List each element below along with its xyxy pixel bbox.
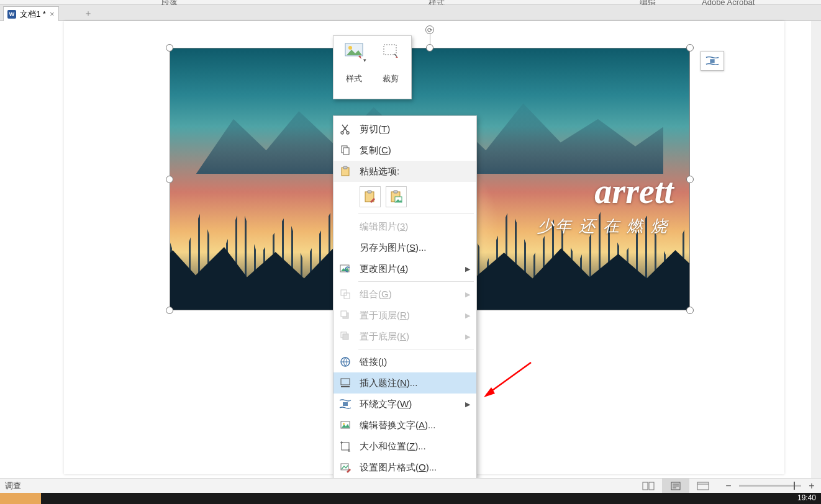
menu-bring-to-front: 置于顶层(R) ▶ — [333, 305, 476, 326]
paste-icon — [338, 164, 352, 178]
alt-text-icon — [338, 418, 352, 432]
menu-link-label: 链接(I) — [360, 356, 470, 368]
svg-point-2 — [348, 46, 352, 50]
svg-point-5 — [347, 132, 349, 134]
caption-icon — [338, 376, 352, 390]
menu-copy[interactable]: 复制(C) — [333, 140, 476, 161]
group-icon — [338, 287, 352, 301]
svg-rect-28 — [342, 443, 349, 450]
menu-bring-to-front-label: 置于顶层(R) — [360, 310, 458, 322]
svg-rect-7 — [343, 148, 349, 155]
menu-change-picture[interactable]: 更改图片(4) ▶ — [333, 258, 476, 279]
submenu-arrow-icon: ▶ — [465, 265, 470, 273]
ribbon-bottom-border — [0, 0, 821, 5]
view-web-layout[interactable] — [689, 479, 717, 493]
zoom-in-button[interactable]: + — [807, 482, 816, 490]
svg-rect-21 — [343, 334, 348, 340]
svg-rect-38 — [697, 482, 709, 490]
resize-handle-ne[interactable] — [686, 44, 694, 52]
svg-rect-32 — [643, 482, 648, 490]
menu-edit-alt-text[interactable]: 编辑替换文字(A)... — [333, 415, 476, 436]
resize-handle-se[interactable] — [686, 307, 694, 314]
menu-edit-picture-label: 编辑图片(3) — [360, 221, 470, 233]
menu-format-picture[interactable]: 设置图片格式(O)... — [333, 457, 476, 478]
picture-style-label: 样式 — [346, 73, 362, 84]
change-picture-icon — [338, 262, 352, 276]
zoom-slider[interactable] — [739, 485, 801, 487]
menu-group: 组合(G) ▶ — [333, 284, 476, 305]
menu-wrap-text[interactable]: 环绕文字(W) ▶ — [333, 394, 476, 415]
svg-rect-9 — [343, 166, 347, 169]
vertical-scrollbar[interactable] — [811, 21, 821, 489]
zoom-control: − + — [724, 482, 816, 490]
document-tab[interactable]: 文档1 * × — [3, 6, 59, 21]
bring-front-icon — [338, 308, 352, 322]
crop-icon — [381, 41, 401, 61]
paste-option-picture[interactable] — [386, 186, 407, 207]
menu-size-and-position-label: 大小和位置(Z)... — [360, 441, 470, 452]
menu-copy-label: 复制(C) — [360, 145, 470, 156]
svg-rect-19 — [341, 311, 347, 317]
image-text-main: arrett — [594, 171, 674, 211]
resize-handle-n[interactable] — [426, 44, 433, 52]
cut-icon — [338, 122, 352, 136]
menu-send-to-back: 置于底层(K) ▶ — [333, 326, 476, 347]
resize-handle-e[interactable] — [686, 176, 694, 183]
mini-toolbar: ▾ 样式 裁剪 — [333, 35, 412, 99]
format-picture-icon — [338, 461, 352, 474]
svg-rect-3 — [384, 45, 396, 55]
image-text-sub: 少年 还 在 燃 烧 — [537, 215, 669, 237]
taskbar-clock: 19:40 — [797, 493, 816, 502]
link-icon — [338, 355, 352, 369]
copy-icon — [338, 143, 352, 157]
resize-handle-w[interactable] — [166, 176, 173, 183]
send-back-icon — [338, 330, 352, 343]
picture-style-button[interactable]: ▾ 样式 — [336, 40, 372, 99]
clipboard-brush-icon — [363, 190, 377, 204]
paste-options-row — [333, 182, 476, 212]
menu-save-as-picture[interactable]: 另存为图片(S)... — [333, 237, 476, 258]
crop-label: 裁剪 — [383, 73, 399, 84]
svg-point-4 — [341, 132, 343, 134]
new-tab-button[interactable]: ＋ — [79, 6, 97, 21]
menu-link[interactable]: 链接(I) — [333, 351, 476, 372]
view-print-layout[interactable] — [662, 479, 689, 493]
menu-cut[interactable]: 剪切(T) — [333, 119, 476, 140]
view-read-mode[interactable] — [635, 479, 662, 493]
document-tab-strip: 文档1 * × ＋ — [0, 5, 821, 21]
status-bar: 调查 − + — [0, 478, 821, 493]
context-menu: 剪切(T) 复制(C) 粘贴选项: 编辑图片(3) 另存为图片(S)... 更改… — [333, 115, 477, 481]
crop-button[interactable]: 裁剪 — [373, 40, 409, 99]
menu-paste-options-header: 粘贴选项: — [333, 161, 476, 182]
zoom-out-button[interactable]: − — [724, 482, 733, 490]
word-doc-icon — [7, 10, 16, 19]
menu-change-picture-label: 更改图片(4) — [360, 263, 458, 275]
close-tab-icon[interactable]: × — [50, 9, 55, 19]
wrap-text-icon — [338, 397, 352, 411]
layout-options-button[interactable] — [701, 51, 724, 71]
svg-rect-11 — [368, 191, 371, 193]
svg-rect-25 — [343, 402, 348, 406]
paste-option-keep-source[interactable] — [360, 186, 381, 207]
menu-insert-caption[interactable]: 插入题注(N)... — [333, 372, 476, 394]
menu-edit-alt-text-label: 编辑替换文字(A)... — [360, 420, 470, 431]
menu-group-label: 组合(G) — [360, 289, 458, 300]
menu-size-and-position[interactable]: 大小和位置(Z)... — [333, 436, 476, 457]
svg-rect-0 — [710, 59, 714, 63]
svg-rect-33 — [649, 482, 654, 490]
layout-options-icon — [705, 55, 719, 66]
clipboard-picture-icon — [389, 190, 403, 204]
menu-send-to-back-label: 置于底层(K) — [360, 331, 458, 343]
document-tab-title: 文档1 * — [20, 9, 46, 20]
status-left-text: 调查 — [5, 480, 21, 492]
rotation-handle[interactable]: ⟳ — [425, 25, 434, 34]
menu-format-picture-label: 设置图片格式(O)... — [360, 462, 470, 474]
menu-wrap-text-label: 环绕文字(W) — [360, 398, 458, 410]
svg-rect-13 — [394, 191, 397, 193]
menu-cut-label: 剪切(T) — [360, 124, 470, 135]
windows-taskbar: 19:40 — [0, 493, 821, 504]
resize-handle-nw[interactable] — [166, 44, 173, 52]
menu-edit-picture: 编辑图片(3) — [333, 216, 476, 237]
svg-rect-23 — [341, 379, 350, 385]
resize-handle-sw[interactable] — [166, 307, 173, 314]
